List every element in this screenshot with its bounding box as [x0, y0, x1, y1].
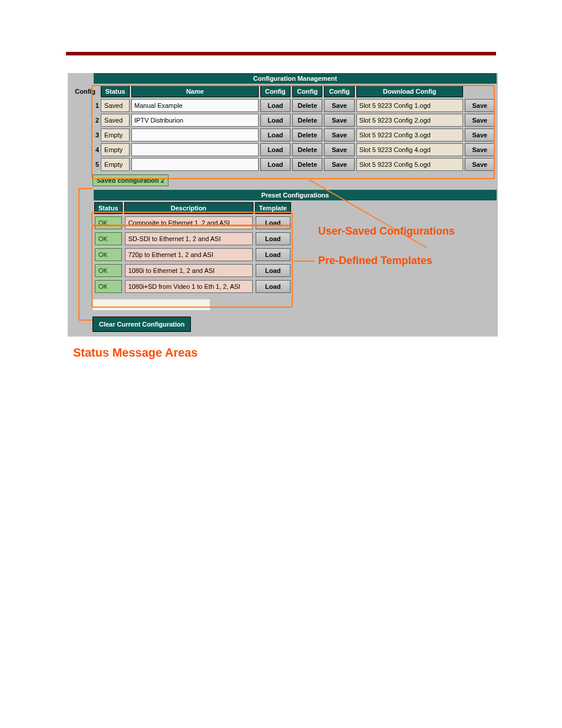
- config-row-index: 2: [71, 114, 99, 127]
- callout-line-status-3: [78, 319, 92, 321]
- config-status-cell: Empty: [101, 158, 130, 171]
- preset-desc-cell: 1080i+SD from Video 1 to Eth 1, 2, ASI: [125, 280, 253, 293]
- status-message-saved: Saved configuration 2: [92, 174, 168, 186]
- config-row-index: 4: [71, 143, 99, 156]
- col-save: Config: [324, 85, 354, 97]
- preset-status-cell: OK: [95, 232, 122, 245]
- config-row-index: 3: [71, 129, 99, 141]
- section-title-preset: Preset Configurations: [94, 190, 497, 200]
- preset-load-button[interactable]: Load: [256, 264, 290, 277]
- col-load: Config: [260, 85, 290, 97]
- preset-desc-cell: 1080i to Ethernet 1, 2 and ASI: [125, 264, 253, 277]
- download-filename-input[interactable]: [356, 158, 463, 171]
- config-row: 5EmptyLoadDeleteSaveSave: [71, 158, 495, 171]
- col-config-index: Config: [71, 85, 99, 97]
- status-message-empty: [92, 299, 210, 311]
- download-filename-input[interactable]: [356, 99, 463, 112]
- download-save-button[interactable]: Save: [465, 114, 495, 127]
- config-row: 3EmptyLoadDeleteSaveSave: [71, 129, 495, 141]
- load-button[interactable]: Load: [260, 99, 290, 112]
- delete-button[interactable]: Delete: [292, 99, 322, 112]
- config-name-input[interactable]: [131, 114, 259, 127]
- config-name-input[interactable]: [131, 158, 259, 171]
- preset-load-button[interactable]: Load: [256, 232, 290, 245]
- config-name-input[interactable]: [131, 143, 259, 156]
- config-status-cell: Empty: [101, 129, 130, 141]
- col-status: Status: [101, 85, 130, 97]
- config-figure: User-Saved Configurations Pre-Defined Te…: [68, 73, 498, 337]
- preset-row: OK720p to Ethernet 1, 2 and ASILoad: [94, 248, 291, 262]
- load-button[interactable]: Load: [260, 114, 290, 127]
- config-row: 2SavedLoadDeleteSaveSave: [71, 114, 495, 127]
- delete-button[interactable]: Delete: [292, 114, 322, 127]
- config-row-index: 1: [71, 99, 99, 112]
- callout-label-status-area: Status Message Areas: [73, 346, 562, 360]
- save-button[interactable]: Save: [324, 99, 354, 112]
- download-filename-input[interactable]: [356, 143, 463, 156]
- preset-load-button[interactable]: Load: [256, 248, 290, 261]
- preset-row: OK1080i+SD from Video 1 to Eth 1, 2, ASI…: [94, 279, 291, 294]
- save-button[interactable]: Save: [324, 129, 354, 141]
- config-name-input[interactable]: [131, 129, 259, 141]
- config-table: Config Status Name Config Config Config …: [69, 84, 497, 173]
- download-save-button[interactable]: Save: [465, 99, 495, 112]
- preset-table: Status Description Template OKComposite …: [92, 200, 293, 295]
- callout-line-status-2: [78, 188, 92, 189]
- load-button[interactable]: Load: [260, 143, 290, 156]
- preset-desc-cell: SD-SDI to Ethernet 1, 2 and ASI: [125, 232, 253, 245]
- preset-col-status: Status: [94, 202, 123, 214]
- preset-status-cell: OK: [95, 216, 122, 229]
- download-save-button[interactable]: Save: [465, 129, 495, 141]
- config-status-cell: Empty: [101, 143, 130, 156]
- clear-config-button[interactable]: Clear Current Configuration: [92, 317, 191, 332]
- preset-desc-cell: Composite to Ethernet 1, 2 and ASI: [125, 216, 253, 229]
- save-button[interactable]: Save: [324, 143, 354, 156]
- load-button[interactable]: Load: [260, 158, 290, 171]
- delete-button[interactable]: Delete: [292, 143, 322, 156]
- config-status-cell: Saved: [101, 99, 130, 112]
- section-title-config: Configuration Management: [94, 73, 497, 84]
- preset-row: OKSD-SDI to Ethernet 1, 2 and ASILoad: [94, 232, 291, 246]
- preset-status-cell: OK: [95, 280, 122, 293]
- config-row: 1SavedLoadDeleteSaveSave: [71, 99, 495, 112]
- preset-col-desc: Description: [124, 202, 253, 214]
- col-download: Download Config: [356, 85, 463, 97]
- config-panel: User-Saved Configurations Pre-Defined Te…: [68, 73, 498, 337]
- config-row: 4EmptyLoadDeleteSaveSave: [71, 143, 495, 156]
- download-save-button[interactable]: Save: [465, 158, 495, 171]
- delete-button[interactable]: Delete: [292, 129, 322, 141]
- preset-row: OKComposite to Ethernet 1, 2 and ASILoad: [94, 216, 291, 230]
- download-filename-input[interactable]: [356, 129, 463, 141]
- config-row-index: 5: [71, 158, 99, 171]
- download-save-button[interactable]: Save: [465, 143, 495, 156]
- preset-load-button[interactable]: Load: [256, 280, 290, 293]
- callout-line-status-1: [78, 188, 80, 320]
- preset-status-cell: OK: [95, 248, 122, 261]
- config-name-input[interactable]: [131, 99, 259, 112]
- preset-desc-cell: 720p to Ethernet 1, 2 and ASI: [125, 248, 253, 261]
- save-button[interactable]: Save: [324, 158, 354, 171]
- header-rule: [66, 52, 496, 55]
- preset-status-cell: OK: [95, 264, 122, 277]
- col-delete: Config: [292, 85, 322, 97]
- config-status-cell: Saved: [101, 114, 130, 127]
- download-filename-input[interactable]: [356, 114, 463, 127]
- preset-col-template: Template: [255, 202, 291, 214]
- preset-load-button[interactable]: Load: [256, 216, 290, 229]
- col-name: Name: [131, 85, 259, 97]
- load-button[interactable]: Load: [260, 129, 290, 141]
- delete-button[interactable]: Delete: [292, 158, 322, 171]
- preset-row: OK1080i to Ethernet 1, 2 and ASILoad: [94, 263, 291, 278]
- save-button[interactable]: Save: [324, 114, 354, 127]
